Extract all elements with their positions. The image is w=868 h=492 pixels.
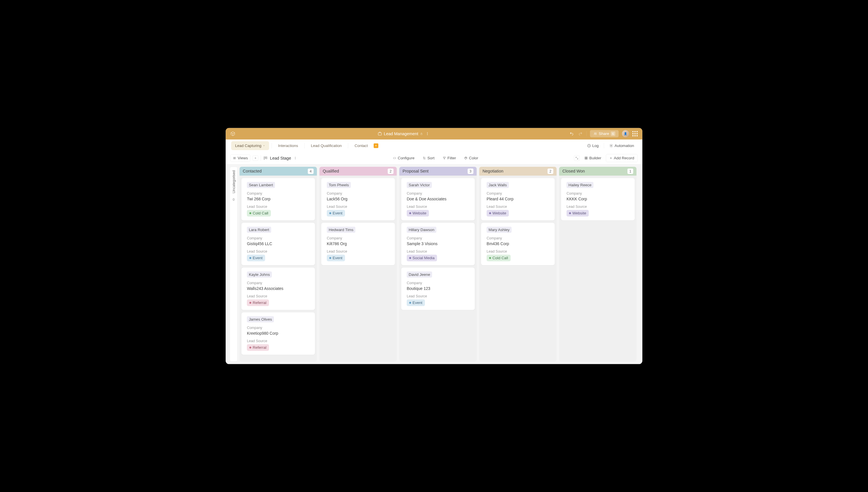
tab-lead-capturing[interactable]: Lead Capturing xyxy=(231,141,269,150)
svg-rect-23 xyxy=(585,157,586,158)
lead-card[interactable]: Lara RobertCompanyGistiq456 LLCLead Sour… xyxy=(241,223,315,265)
lead-name: James Olives xyxy=(247,316,274,322)
svg-point-5 xyxy=(594,132,595,133)
lead-source-value: Website xyxy=(572,211,586,215)
svg-point-2 xyxy=(427,132,428,133)
lead-source-tag: Website xyxy=(487,210,509,217)
filter-button[interactable]: Filter xyxy=(440,154,459,162)
lead-source-label: Lead Source xyxy=(327,205,390,209)
tag-dot-icon xyxy=(249,346,251,348)
tag-dot-icon xyxy=(329,212,331,214)
svg-point-6 xyxy=(596,132,596,133)
lead-source-value: Event xyxy=(333,211,342,215)
column-body: Sarah VictorCompanyDoe & Doe AssociatesL… xyxy=(399,176,477,362)
company-label: Company xyxy=(407,236,469,240)
view-name[interactable]: Lead Stage xyxy=(270,155,291,160)
undo-icon[interactable] xyxy=(569,131,574,137)
lead-card[interactable]: David JeeneCompanyBoutique 123Lead Sourc… xyxy=(401,268,475,310)
column-header[interactable]: Qualified2 xyxy=(320,167,397,176)
uncategorised-column[interactable]: Uncategorised 0 xyxy=(230,167,238,362)
kanban-icon xyxy=(263,156,267,160)
lead-card[interactable]: Hailey ReeceCompanyKKKK CorpLead SourceW… xyxy=(561,178,635,220)
svg-point-21 xyxy=(466,157,466,157)
lead-source-value: Event xyxy=(253,256,262,260)
svg-rect-25 xyxy=(585,158,586,159)
lead-card[interactable]: Tom PheelsCompanyLack56 OrgLead SourceEv… xyxy=(321,178,395,220)
column-name: Contacted xyxy=(243,169,262,173)
add-record-button[interactable]: Add Record xyxy=(606,154,638,162)
company-label: Company xyxy=(487,236,549,240)
lead-card[interactable]: James OlivesCompanyKreetiop980 CorpLead … xyxy=(241,312,315,354)
add-view-button[interactable] xyxy=(253,155,258,161)
share-button[interactable]: Share 6 xyxy=(590,130,619,137)
lead-source-label: Lead Source xyxy=(407,205,469,209)
svg-point-8 xyxy=(611,145,612,146)
lead-card[interactable]: Hedward TimsCompanyKilt786 OrgLead Sourc… xyxy=(321,223,395,265)
company-value: Kreetiop980 Corp xyxy=(247,331,309,336)
lead-name: Lara Robert xyxy=(247,227,271,233)
lead-source-tag: Website xyxy=(407,210,429,217)
lead-source-tag: Social Media xyxy=(407,254,437,261)
apps-icon[interactable] xyxy=(633,131,638,137)
tag-dot-icon xyxy=(409,257,411,259)
lead-card[interactable]: Sarah VictorCompanyDoe & Doe AssociatesL… xyxy=(401,178,475,220)
svg-point-3 xyxy=(427,133,428,134)
lead-card[interactable]: Mary AshleyCompanyBm436 CorpLead SourceC… xyxy=(481,223,554,265)
column-header[interactable]: Proposal Sent3 xyxy=(399,167,477,176)
user-avatar[interactable]: 👤 xyxy=(622,130,629,137)
tag-dot-icon xyxy=(329,257,331,259)
lead-source-tag: Cold Call xyxy=(247,210,271,217)
company-value: KKKK Corp xyxy=(567,197,629,201)
svg-rect-26 xyxy=(586,158,587,159)
lead-card[interactable]: Sean LambertCompanyTwi 268 CorpLead Sour… xyxy=(241,178,315,220)
tab-contact[interactable]: Contact xyxy=(351,141,372,150)
tag-dot-icon xyxy=(249,212,251,214)
view-more-icon[interactable] xyxy=(294,156,297,160)
company-label: Company xyxy=(327,191,390,195)
lead-source-value: Social Media xyxy=(413,256,435,260)
tab-lead-qualification[interactable]: Lead Qualification xyxy=(307,141,346,150)
sort-button[interactable]: Sort xyxy=(420,154,437,162)
lead-source-value: Event xyxy=(333,256,342,260)
column-header[interactable]: Closed Won1 xyxy=(559,167,637,176)
lead-source-value: Event xyxy=(413,300,422,305)
lead-card[interactable]: Jack WallsCompanyPleard 44 CorpLead Sour… xyxy=(481,178,554,220)
lead-card[interactable]: Kayle JohnsCompanyWalls243 AssociatesLea… xyxy=(241,268,315,310)
tag-dot-icon xyxy=(249,302,251,304)
lead-source-tag: Event xyxy=(247,254,265,261)
color-button[interactable]: Color xyxy=(461,154,481,162)
tag-dot-icon xyxy=(249,257,251,259)
tab-interactions[interactable]: Interactions xyxy=(274,141,302,150)
column-count: 1 xyxy=(627,169,633,174)
redo-icon[interactable] xyxy=(578,131,583,137)
add-record-label: Add Record xyxy=(614,156,634,160)
configure-button[interactable]: Configure xyxy=(390,154,417,162)
lead-source-label: Lead Source xyxy=(407,294,469,298)
company-value: Bm436 Corp xyxy=(487,241,549,246)
column-header[interactable]: Negotiation2 xyxy=(479,167,556,176)
company-label: Company xyxy=(247,191,309,195)
sort-label: Sort xyxy=(427,156,435,160)
lead-card[interactable]: Hillary DawsonCompanySample 3 VisionsLea… xyxy=(401,223,475,265)
automation-button[interactable]: Automation xyxy=(606,142,637,150)
automation-label: Automation xyxy=(615,144,634,148)
lead-source-tag: Referral xyxy=(247,299,269,306)
share-label: Share xyxy=(599,131,609,136)
log-button[interactable]: Log xyxy=(585,142,602,150)
more-icon[interactable] xyxy=(424,131,430,137)
app-logo-icon[interactable] xyxy=(230,131,235,137)
views-button[interactable]: Views xyxy=(230,154,250,162)
lead-source-tag: Event xyxy=(327,254,345,261)
company-label: Company xyxy=(327,236,390,240)
company-value: Doe & Doe Associates xyxy=(407,197,469,201)
uncategorised-count: 0 xyxy=(233,197,234,201)
lead-source-label: Lead Source xyxy=(487,205,549,209)
builder-label: Builder xyxy=(589,156,601,160)
column-header[interactable]: Contacted4 xyxy=(240,167,317,176)
add-tab-button[interactable]: + xyxy=(374,143,378,148)
expand-button[interactable] xyxy=(574,155,579,161)
page-title: Lead Management xyxy=(384,131,418,136)
lead-source-tag: Website xyxy=(567,210,589,217)
builder-button[interactable]: Builder xyxy=(582,154,603,162)
lead-source-tag: Event xyxy=(327,210,345,217)
